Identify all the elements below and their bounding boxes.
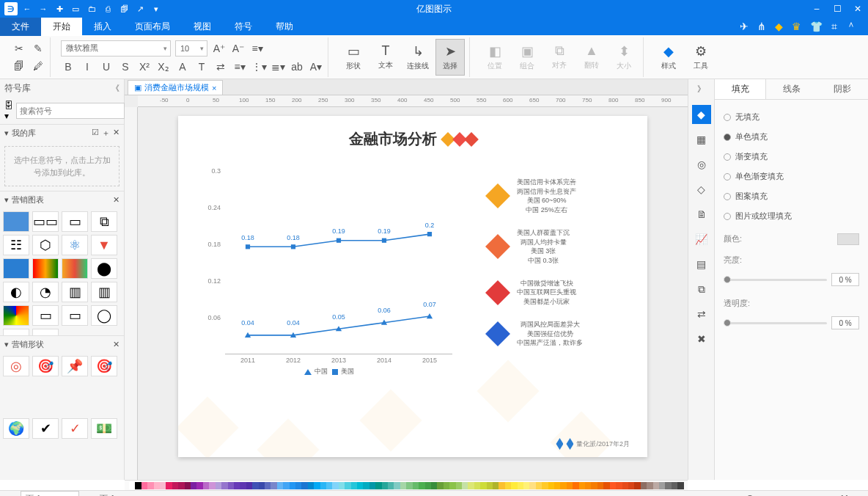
text-button[interactable]: T文本 (371, 39, 400, 76)
page[interactable]: 金融市场分析 201120122013201420150.040.040.050… (178, 116, 647, 457)
copy-icon[interactable]: 🗐 (12, 59, 26, 73)
palette-color[interactable] (290, 482, 295, 489)
thumb[interactable]: 🎯 (32, 356, 59, 376)
send-icon[interactable]: ✈ (740, 21, 749, 32)
palette-color[interactable] (518, 482, 523, 489)
palette-color[interactable] (339, 482, 345, 489)
palette-color[interactable] (419, 482, 424, 489)
palette-color[interactable] (444, 482, 449, 489)
palette-color[interactable] (597, 482, 603, 489)
paste-icon[interactable]: 🖉 (31, 59, 45, 73)
palette-color[interactable] (135, 482, 141, 489)
palette-color[interactable] (474, 482, 480, 489)
palette-color[interactable] (511, 482, 517, 489)
menu-view[interactable]: 视图 (182, 18, 223, 36)
fill-texture-radio[interactable]: 图片或纹理填充 (724, 206, 859, 226)
maximize-button[interactable]: ☐ (827, 0, 847, 18)
grid-tab-icon[interactable]: ▦ (692, 130, 711, 149)
menu-file[interactable]: 文件 (0, 18, 41, 36)
qat-new-icon[interactable]: ✚ (53, 2, 66, 15)
palette-color[interactable] (129, 482, 135, 489)
palette-color[interactable] (641, 482, 647, 489)
mylib-add-icon[interactable]: ＋ (102, 128, 110, 139)
palette-color[interactable] (160, 482, 166, 489)
format-painter-icon[interactable]: ✎ (31, 41, 45, 56)
palette-color[interactable] (659, 482, 665, 489)
palette-color[interactable] (240, 482, 246, 489)
palette-color[interactable] (400, 482, 406, 489)
underline-icon[interactable]: U (99, 59, 114, 74)
collapse-right-icon[interactable]: 》 (697, 84, 705, 95)
palette-color[interactable] (560, 482, 566, 489)
palette-color[interactable] (647, 482, 652, 489)
bold-icon[interactable]: B (61, 59, 76, 74)
palette-color[interactable] (394, 482, 400, 489)
palette-color[interactable] (505, 482, 511, 489)
select-button[interactable]: ➤选择 (435, 39, 465, 76)
palette-color[interactable] (567, 482, 573, 489)
palette-color[interactable] (437, 482, 443, 489)
outline-tab-icon[interactable]: ◇ (692, 180, 711, 199)
thumb[interactable]: ▭ (32, 329, 59, 335)
fill-none-radio[interactable]: 无填充 (724, 107, 859, 127)
palette-color[interactable] (603, 482, 609, 489)
italic-icon[interactable]: I (80, 59, 95, 74)
thumb[interactable]: ▭ (3, 329, 29, 335)
mylib-close-icon[interactable]: ✕ (113, 128, 119, 139)
palette-color[interactable] (554, 482, 560, 489)
mylib-check-icon[interactable]: ☑ (92, 128, 99, 139)
thumb[interactable]: ▥ (62, 282, 88, 302)
palette-color[interactable] (234, 482, 240, 489)
fontcolor-icon[interactable]: A (175, 59, 190, 74)
layers-tab-icon[interactable]: ⧉ (692, 280, 711, 299)
flip-button[interactable]: ▲翻转 (577, 39, 606, 76)
palette-color[interactable] (536, 482, 542, 489)
font-name-combo[interactable]: 微软雅黑 (61, 40, 171, 56)
fill-gradient-radio[interactable]: 渐变填充 (724, 147, 859, 167)
palette-color[interactable] (369, 482, 375, 489)
palette-color[interactable] (529, 482, 535, 489)
palette-color[interactable] (382, 482, 388, 489)
tab-fill[interactable]: 填充 (715, 79, 766, 99)
palette-color[interactable] (265, 482, 271, 489)
palette-color[interactable] (579, 482, 585, 489)
tab-shadow[interactable]: 阴影 (817, 79, 868, 99)
palette-color[interactable] (449, 482, 455, 489)
palette-color[interactable] (185, 482, 191, 489)
group-button[interactable]: ▣组合 (512, 39, 542, 76)
palette-color[interactable] (141, 482, 147, 489)
qat-more-icon[interactable]: ▾ (150, 2, 163, 15)
palette-color[interactable] (548, 482, 554, 489)
tab-line[interactable]: 线条 (766, 79, 817, 99)
palette-color[interactable] (573, 482, 578, 489)
color-palette-bar[interactable] (125, 480, 688, 490)
palette-color[interactable] (314, 482, 320, 489)
align-button[interactable]: ⧉对齐 (545, 39, 574, 76)
palette-color[interactable] (196, 482, 202, 489)
palette-color[interactable] (166, 482, 172, 489)
palette-color[interactable] (653, 482, 659, 489)
thumb[interactable]: ◐ (3, 282, 29, 302)
palette-color[interactable] (326, 482, 332, 489)
palette-color[interactable] (406, 482, 412, 489)
palette-color[interactable] (493, 482, 499, 489)
menu-symbol[interactable]: 符号 (223, 18, 264, 36)
library-icon[interactable]: 🗄▾ (4, 101, 13, 121)
palette-color[interactable] (425, 482, 431, 489)
palette-color[interactable] (351, 482, 357, 489)
palette-color[interactable] (172, 482, 178, 489)
palette-color[interactable] (216, 482, 221, 489)
thumb[interactable]: ◯ (91, 305, 117, 326)
palette-color[interactable] (462, 482, 468, 489)
palette-color[interactable] (277, 482, 283, 489)
symbol-search-input[interactable] (16, 103, 125, 119)
canvas[interactable]: 金融市场分析 201120122013201420150.040.040.050… (138, 107, 688, 480)
palette-color[interactable] (363, 482, 369, 489)
list-icon[interactable]: ⋮▾ (251, 59, 266, 74)
chart-tab-icon[interactable]: 📈 (692, 230, 711, 249)
table-tab-icon[interactable]: ▤ (692, 255, 711, 274)
thumb[interactable]: ▭ (62, 211, 88, 232)
palette-color[interactable] (542, 482, 548, 489)
palette-color[interactable] (271, 482, 276, 489)
chart-section[interactable]: ▾ 营销图表✕ (0, 191, 124, 208)
